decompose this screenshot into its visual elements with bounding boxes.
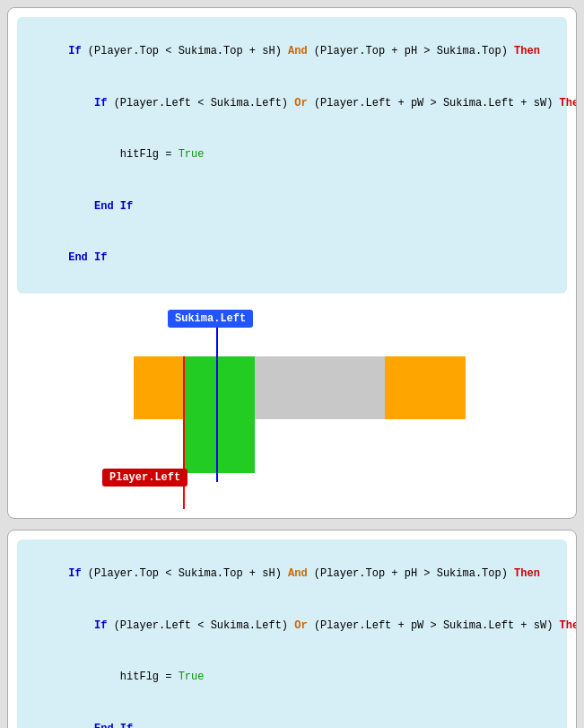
code-text: (Player.Left < Sukima.Left) xyxy=(107,619,294,632)
sukima-left-line xyxy=(216,320,218,482)
kw-if: If xyxy=(68,45,81,57)
panel-2: If (Player.Top < Sukima.Top + sH) And (P… xyxy=(7,530,577,728)
code-line-p2-4: End If xyxy=(30,704,554,729)
diagram-1: Sukima.Left Player.Left xyxy=(17,303,567,509)
code-text: (Player.Top + pH > Sukima.Top) xyxy=(308,567,514,580)
player-left-label: Player.Left xyxy=(102,469,187,487)
code-text: (Player.Left + pW > Sukima.Left + sW) xyxy=(308,97,560,110)
kw-then-1: Then xyxy=(514,45,540,57)
code-line-p2-3: hitFlg = True xyxy=(30,652,554,704)
kw-then-p2-1: Then xyxy=(514,567,540,580)
code-text: (Player.Left < Sukima.Left) xyxy=(107,97,294,110)
code-text xyxy=(68,200,94,213)
code-text: hitFlg = xyxy=(68,671,178,683)
code-line-p2-2: If (Player.Left < Sukima.Left) Or (Playe… xyxy=(30,600,554,652)
code-line-5: End If xyxy=(30,232,554,285)
code-text: (Player.Top < Sukima.Top + sH) xyxy=(82,567,288,580)
kw-end-p2-1: End If xyxy=(94,723,133,728)
sukima-left-label: Sukima.Left xyxy=(168,310,253,328)
code-text: (Player.Left + pW > Sukima.Left + sW) xyxy=(308,619,560,632)
kw-true-p2: True xyxy=(179,671,205,683)
code-text xyxy=(68,619,94,632)
player-rect xyxy=(183,356,255,473)
kw-or: Or xyxy=(294,97,307,110)
code-line-1: If (Player.Top < Sukima.Top + sH) And (P… xyxy=(30,26,554,78)
kw-if-p2: If xyxy=(68,567,81,580)
panel-1: If (Player.Top < Sukima.Top + sH) And (P… xyxy=(7,7,577,519)
code-block-1: If (Player.Top < Sukima.Top + sH) And (P… xyxy=(17,17,567,294)
code-text xyxy=(68,723,94,728)
kw-or-p2: Or xyxy=(294,619,307,632)
kw-then-2: Then xyxy=(560,97,577,110)
kw-and: And xyxy=(288,45,308,57)
kw-end-2: End If xyxy=(68,251,107,264)
kw-true: True xyxy=(179,148,205,161)
kw-if-p2-2: If xyxy=(94,619,107,632)
kw-and-p2: And xyxy=(288,567,308,580)
code-text xyxy=(68,97,94,110)
kw-end-1: End If xyxy=(94,200,133,213)
code-text: (Player.Top < Sukima.Top + sH) xyxy=(82,45,288,57)
code-line-3: hitFlg = True xyxy=(30,129,554,181)
code-line-2: If (Player.Left < Sukima.Left) Or (Playe… xyxy=(30,78,554,130)
kw-then-p2-2: Then xyxy=(560,619,577,632)
code-text: (Player.Top + pH > Sukima.Top) xyxy=(308,45,514,57)
code-text: hitFlg = xyxy=(68,148,178,161)
code-line-4: End If xyxy=(30,181,554,233)
kw-if-2: If xyxy=(94,97,107,110)
code-block-2: If (Player.Top < Sukima.Top + sH) And (P… xyxy=(17,539,567,728)
sukima-right-orange xyxy=(385,356,466,419)
code-line-p2-1: If (Player.Top < Sukima.Top + sH) And (P… xyxy=(30,548,554,601)
